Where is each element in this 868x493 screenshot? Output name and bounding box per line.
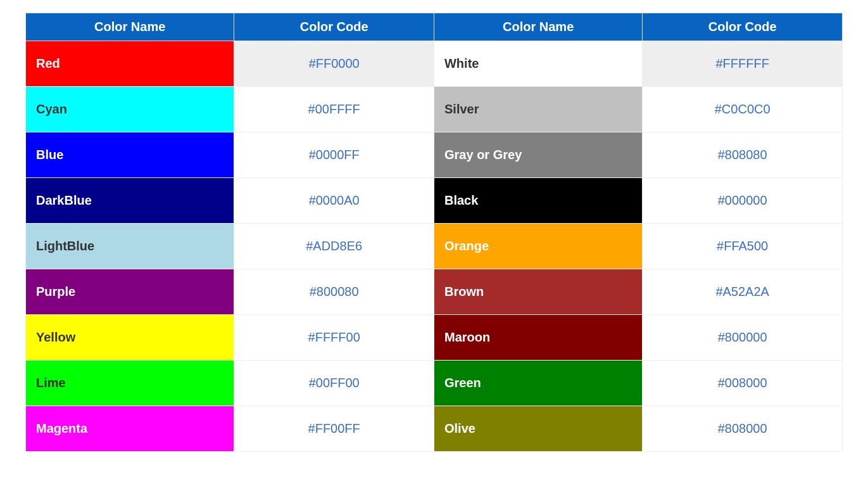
color-name-cell: Blue (26, 132, 234, 178)
table-row: Yellow#FFFF00Maroon#800000 (26, 315, 843, 361)
color-code-cell[interactable]: #00FF00 (234, 361, 434, 406)
header-color-code-2: Color Code (643, 13, 843, 41)
color-name-cell: Maroon (434, 315, 642, 361)
color-name-cell: Red (26, 41, 234, 87)
color-name-cell: Purple (26, 269, 234, 315)
color-name-cell: White (434, 41, 642, 87)
color-name-cell: Orange (434, 224, 642, 269)
color-code-cell[interactable]: #FF0000 (234, 41, 434, 87)
color-code-cell[interactable]: #C0C0C0 (643, 87, 843, 132)
color-name-cell: Lime (26, 361, 234, 406)
color-code-cell[interactable]: #00FFFF (234, 87, 434, 132)
table-row: Purple#800080Brown#A52A2A (26, 269, 843, 315)
table-header-row: Color Name Color Code Color Name Color C… (26, 13, 843, 41)
table-row: Lime#00FF00Green#008000 (26, 361, 843, 406)
header-color-code-1: Color Code (234, 13, 434, 41)
table-row: Blue#0000FFGray or Grey#808080 (26, 132, 843, 178)
color-code-cell[interactable]: #A52A2A (643, 269, 843, 315)
color-name-cell: Gray or Grey (434, 132, 642, 178)
header-color-name-1: Color Name (26, 13, 234, 41)
color-name-cell: Black (434, 178, 642, 224)
color-name-cell: Green (434, 361, 642, 406)
color-code-cell[interactable]: #ADD8E6 (234, 224, 434, 269)
color-name-cell: Cyan (26, 87, 234, 132)
color-name-cell: Olive (434, 406, 642, 452)
color-code-cell[interactable]: #808000 (643, 406, 843, 452)
color-code-cell[interactable]: #FFA500 (643, 224, 843, 269)
color-code-cell[interactable]: #FFFF00 (234, 315, 434, 361)
table-row: Magenta#FF00FFOlive#808000 (26, 406, 843, 452)
header-color-name-2: Color Name (434, 13, 642, 41)
color-name-cell: Magenta (26, 406, 234, 452)
color-name-cell: Brown (434, 269, 642, 315)
color-code-cell[interactable]: #000000 (643, 178, 843, 224)
table-row: Red#FF0000White#FFFFFF (26, 41, 843, 87)
table-row: Cyan#00FFFFSilver#C0C0C0 (26, 87, 843, 132)
table-row: LightBlue#ADD8E6Orange#FFA500 (26, 224, 843, 269)
color-table: Color Name Color Code Color Name Color C… (25, 13, 843, 452)
color-name-cell: LightBlue (26, 224, 234, 269)
color-table-body: Red#FF0000White#FFFFFFCyan#00FFFFSilver#… (26, 41, 843, 452)
table-row: DarkBlue#0000A0Black#000000 (26, 178, 843, 224)
color-code-cell[interactable]: #800000 (643, 315, 843, 361)
color-code-cell[interactable]: #808080 (643, 132, 843, 178)
color-name-cell: Yellow (26, 315, 234, 361)
color-code-cell[interactable]: #0000A0 (234, 178, 434, 224)
color-code-cell[interactable]: #FFFFFF (643, 41, 843, 87)
color-code-cell[interactable]: #0000FF (234, 132, 434, 178)
color-name-cell: Silver (434, 87, 642, 132)
color-code-cell[interactable]: #008000 (643, 361, 843, 406)
color-code-cell[interactable]: #FF00FF (234, 406, 434, 452)
color-code-cell[interactable]: #800080 (234, 269, 434, 315)
color-name-cell: DarkBlue (26, 178, 234, 224)
